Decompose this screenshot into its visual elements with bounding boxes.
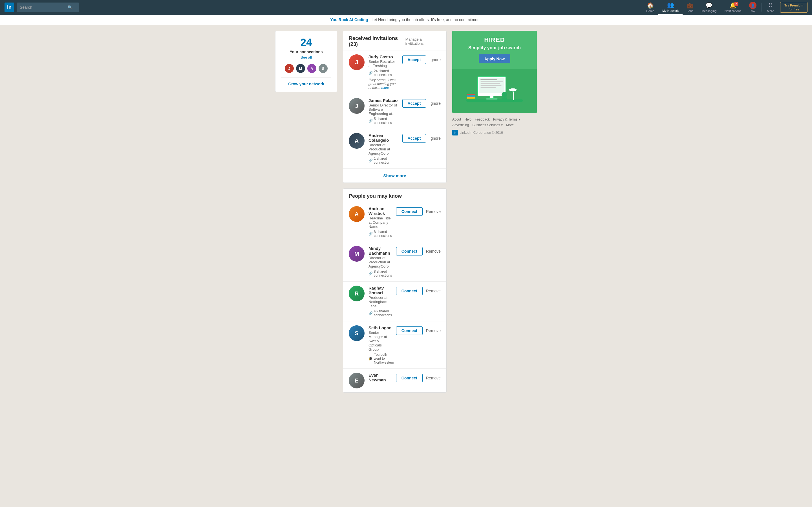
banner-link[interactable]: You Rock At Coding (331, 17, 368, 22)
shared-connections-icon: 🔗 (368, 272, 373, 276)
andrea-colangelo-accept-button[interactable]: Accept (402, 134, 426, 143)
james-palacio-ignore-button[interactable]: Ignore (429, 101, 441, 106)
ad-subtitle: Simplify your job search (458, 45, 531, 50)
judy-castro-more[interactable]: more (381, 86, 389, 90)
search-input[interactable] (20, 5, 68, 10)
mindy-name[interactable]: Mindy Bachmann (368, 246, 392, 256)
navbar: in 🔍 🏠 Home 👥 My Network 💼 Jobs 💬 Messag… (0, 0, 812, 15)
svg-rect-3 (480, 81, 503, 82)
judy-castro-accept-button[interactable]: Accept (402, 55, 426, 64)
evan-info: Evan Newman (368, 373, 392, 383)
andrian-name[interactable]: Andrian Wirstick (368, 206, 392, 216)
me-avatar: 👤 (749, 2, 756, 9)
people-you-know-card: People you may know A Andrian Wirstick H… (343, 188, 447, 393)
footer-more[interactable]: More (506, 123, 514, 127)
manage-invitations-link[interactable]: Manage all invititations (405, 37, 441, 46)
seth-remove-button[interactable]: Remove (426, 328, 441, 333)
shared-connections-icon: 🔗 (368, 119, 373, 123)
andrea-colangelo-title: Director of Production at AgencyCorp (368, 143, 398, 156)
shared-connections-icon: 🔗 (368, 232, 373, 236)
search-icon: 🔍 (68, 5, 72, 10)
andrea-colangelo-name[interactable]: Andrea Colangelo (368, 133, 398, 143)
see-all-link[interactable]: See all (281, 55, 331, 59)
right-sidebar: HIRED Simplify your job search Apply Now (452, 31, 537, 398)
premium-button[interactable]: Try Premium for free (780, 2, 808, 13)
judy-castro-name[interactable]: Judy Castro (368, 54, 398, 59)
raghav-info: Raghav Prasari Producer at Nottingham La… (368, 286, 392, 317)
seth-connect-button[interactable]: Connect (396, 327, 423, 335)
more-icon: ⠿ (768, 2, 772, 9)
avatar-3: A (307, 63, 317, 73)
judy-castro-ignore-button[interactable]: Ignore (429, 57, 441, 62)
mindy-actions: Connect Remove (396, 247, 441, 256)
andrea-colangelo-shared: 🔗 1 shared connection (368, 157, 398, 165)
footer-privacy[interactable]: Privacy & Terms ▾ (493, 117, 520, 121)
james-palacio-accept-button[interactable]: Accept (402, 99, 426, 108)
grow-network-link[interactable]: Grow your network (288, 82, 324, 86)
mindy-title: Director of Production at AgencyCorp (368, 256, 392, 269)
svg-rect-9 (466, 100, 523, 102)
mindy-remove-button[interactable]: Remove (426, 249, 441, 253)
invitation-item: J Judy Castro Senior Recruiter at Freshi… (343, 50, 446, 94)
nav-jobs[interactable]: 💼 Jobs (682, 0, 698, 15)
svg-point-14 (509, 88, 517, 92)
nav-more[interactable]: ⠿ More (763, 0, 778, 15)
footer-about[interactable]: About (452, 117, 461, 121)
svg-point-15 (502, 92, 507, 98)
raghav-remove-button[interactable]: Remove (426, 289, 441, 293)
evan-avatar: E (349, 373, 364, 388)
nav-home[interactable]: 🏠 Home (642, 0, 658, 15)
nav-notifications-label: Notifications (724, 9, 741, 13)
andrian-connect-button[interactable]: Connect (396, 207, 423, 216)
footer-copyright: LinkedIn Corporation © 2016 (460, 131, 503, 135)
nav-network-label: My Network (662, 9, 679, 12)
evan-connect-button[interactable]: Connect (396, 374, 423, 382)
svg-rect-11 (467, 96, 475, 97)
nav-my-network[interactable]: 👥 My Network (658, 0, 682, 15)
premium-sub: for free (789, 7, 799, 11)
avatar-4: S (318, 63, 328, 73)
seth-school: 🎓 You both went to Northwestern (368, 353, 392, 364)
nav-me[interactable]: 👤 Me (745, 0, 760, 15)
judy-castro-shared: 🔗 24 shared connections (368, 69, 398, 77)
james-palacio-name[interactable]: James Palacio (368, 98, 398, 103)
james-palacio-info: James Palacio Senior Director of Softwar… (368, 98, 398, 125)
list-item: M Mindy Bachmann Director of Production … (343, 242, 446, 281)
shared-connections-icon: 🔗 (368, 71, 373, 75)
ad-illustration (452, 69, 537, 113)
footer-business[interactable]: Business Services ▾ (472, 123, 502, 127)
school-icon: 🎓 (368, 356, 373, 360)
evan-name[interactable]: Evan Newman (368, 373, 392, 382)
evan-remove-button[interactable]: Remove (426, 376, 441, 380)
james-palacio-title: Senior Director of Software Engineering … (368, 103, 398, 116)
andrea-colangelo-actions: Accept Ignore (402, 134, 441, 143)
search-bar[interactable]: 🔍 (17, 3, 79, 12)
seth-name[interactable]: Seth Logan (368, 325, 392, 330)
list-item: A Andrian Wirstick Headline Title at Com… (343, 202, 446, 242)
seth-info: Seth Logan Senior Manager at Swiftly Opt… (368, 325, 392, 364)
mindy-avatar: M (349, 246, 364, 262)
footer-advertising[interactable]: Advertising (452, 123, 469, 127)
nav-notifications[interactable]: 🔔 2 Notifications (720, 0, 745, 15)
invitations-title: Received invitations (23) (349, 36, 405, 47)
linkedin-footer-logo: in (452, 130, 458, 135)
linkedin-logo[interactable]: in (4, 3, 14, 12)
andrea-colangelo-ignore-button[interactable]: Ignore (429, 136, 441, 140)
show-more-link[interactable]: Show more (384, 173, 406, 178)
nav-messaging[interactable]: 💬 Messaging (698, 0, 720, 15)
svg-rect-13 (513, 91, 514, 100)
raghav-connect-button[interactable]: Connect (396, 287, 423, 295)
mindy-connect-button[interactable]: Connect (396, 247, 423, 256)
raghav-name[interactable]: Raghav Prasari (368, 286, 392, 295)
network-icon: 👥 (667, 2, 674, 8)
ad-content: HIRED Simplify your job search Apply Now (452, 31, 537, 69)
main-nav: 🏠 Home 👥 My Network 💼 Jobs 💬 Messaging 🔔… (642, 0, 808, 15)
andrea-colangelo-info: Andrea Colangelo Director of Production … (368, 133, 398, 165)
andrian-info: Andrian Wirstick Headline Title at Compa… (368, 206, 392, 238)
invitations-card: Received invitations (23) Manage all inv… (343, 31, 447, 183)
footer-help[interactable]: Help (464, 117, 471, 121)
andrian-remove-button[interactable]: Remove (426, 209, 441, 214)
ad-apply-button[interactable]: Apply Now (479, 54, 510, 63)
svg-rect-16 (502, 98, 507, 100)
footer-feedback[interactable]: Feedback (475, 117, 490, 121)
